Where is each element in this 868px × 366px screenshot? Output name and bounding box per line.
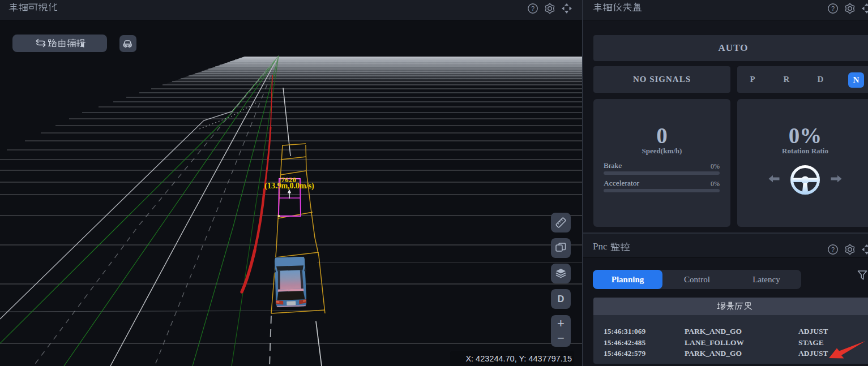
svg-text:?: ? <box>831 246 835 253</box>
svg-text:?: ? <box>531 5 535 12</box>
svg-text:(13.9m,0.0m/s): (13.9m,0.0m/s) <box>264 182 314 191</box>
svg-text:?: ? <box>831 5 835 12</box>
